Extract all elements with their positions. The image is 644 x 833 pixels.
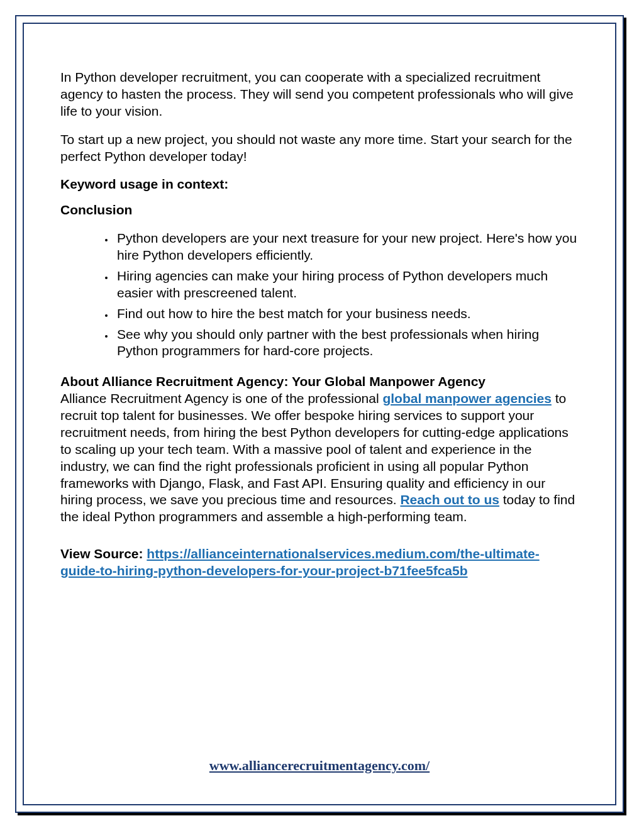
- link-reach-out[interactable]: Reach out to us: [400, 492, 499, 507]
- conclusion-bullet-list: Python developers are your next treasure…: [60, 230, 579, 360]
- heading-keyword-usage: Keyword usage in context:: [60, 176, 579, 193]
- page-inner-border: In Python developer recruitment, you can…: [23, 23, 616, 805]
- view-source-label: View Source:: [60, 546, 147, 561]
- page-outer-border: In Python developer recruitment, you can…: [15, 15, 624, 813]
- link-global-manpower-agencies[interactable]: global manpower agencies: [382, 391, 551, 405]
- footer-link[interactable]: www.alliancerecruitmentagency.com/: [209, 758, 430, 773]
- list-item: Find out how to hire the best match for …: [114, 306, 579, 323]
- view-source-line: View Source: https://allianceinternation…: [60, 546, 579, 580]
- about-heading: About Alliance Recruitment Agency: Your …: [60, 374, 486, 389]
- heading-conclusion: Conclusion: [60, 202, 579, 219]
- list-item: See why you should only partner with the…: [114, 326, 579, 360]
- about-section: About Alliance Recruitment Agency: Your …: [60, 373, 579, 526]
- document-body: In Python developer recruitment, you can…: [60, 69, 579, 758]
- about-text-mid-a: to recruit top talent for businesses. We…: [60, 391, 569, 507]
- list-item: Python developers are your next treasure…: [114, 230, 579, 264]
- about-text-pre: Alliance Recruitment Agency is one of th…: [60, 391, 382, 405]
- spacer: [60, 537, 579, 546]
- page-footer: www.alliancerecruitmentagency.com/: [60, 758, 579, 779]
- list-item: Hiring agencies can make your hiring pro…: [114, 268, 579, 302]
- paragraph-call-to-action: To start up a new project, you should no…: [60, 131, 579, 165]
- paragraph-recruitment: In Python developer recruitment, you can…: [60, 69, 579, 120]
